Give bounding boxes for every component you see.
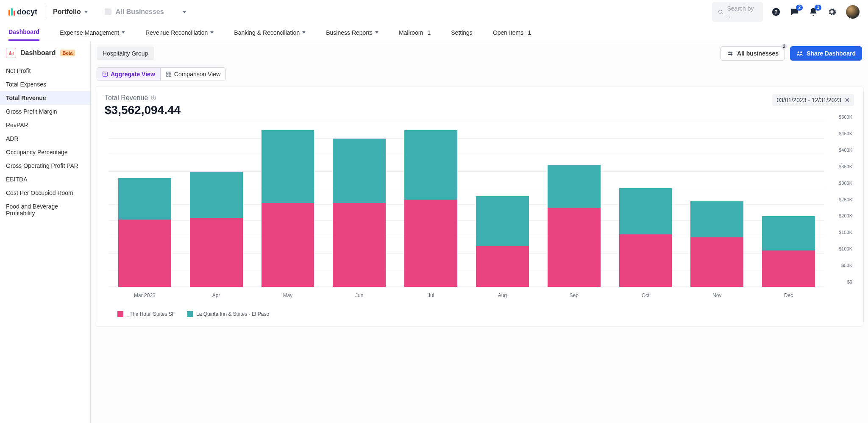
y-axis-label: $200K <box>839 213 852 218</box>
bar[interactable] <box>262 130 314 287</box>
bar-segment-pink <box>690 237 743 287</box>
sidebar-item[interactable]: EBITDA <box>0 173 90 186</box>
view-toggle: Aggregate View Comparison View <box>97 67 226 81</box>
x-axis-label: Nov <box>681 292 753 298</box>
brand-logo[interactable]: docyt <box>8 8 37 17</box>
sidebar-item[interactable]: Gross Operating Profit PAR <box>0 159 90 173</box>
bar[interactable] <box>476 196 529 287</box>
nav-open-items[interactable]: Open Items1 <box>493 24 531 41</box>
nav-banking-reconciliation[interactable]: Banking & Reconciliation <box>234 24 306 41</box>
legend-swatch <box>117 311 123 317</box>
x-axis-label: Dec <box>753 292 824 298</box>
y-axis-label: $300K <box>839 181 852 186</box>
svg-rect-9 <box>167 75 168 76</box>
bar[interactable] <box>333 139 386 287</box>
nav-expense-management[interactable]: Expense Management <box>60 24 125 41</box>
bar[interactable] <box>118 178 171 287</box>
comparison-view-tab[interactable]: Comparison View <box>160 68 225 81</box>
legend-label: La Quinta Inn & Suites - El Paso <box>196 311 269 317</box>
nav-label: Settings <box>451 29 473 36</box>
sidebar-item[interactable]: Cost Per Occupied Room <box>0 186 90 200</box>
y-axis-label: $400K <box>839 147 852 153</box>
x-axis-label: Mar 2023 <box>109 292 181 298</box>
chevron-down-icon <box>375 31 378 33</box>
bar-segment-pink <box>476 246 529 287</box>
svg-point-5 <box>800 51 802 53</box>
metric-value: $3,562,094.44 <box>105 103 181 117</box>
aggregate-view-tab[interactable]: Aggregate View <box>97 68 160 81</box>
all-businesses-label: All Businesses <box>116 8 164 16</box>
nav-revenue-reconciliation[interactable]: Revenue Reconciliation <box>145 24 214 41</box>
gear-icon[interactable] <box>827 7 837 17</box>
nav-mailroom[interactable]: Mailroom1 <box>399 24 431 41</box>
nav-settings[interactable]: Settings <box>451 24 473 41</box>
global-search[interactable]: Search by ... <box>712 2 763 22</box>
legend-item[interactable]: La Quinta Inn & Suites - El Paso <box>187 311 269 317</box>
sidebar-item[interactable]: Food and Beverage Profitability <box>0 200 90 220</box>
help-icon[interactable]: ? <box>771 7 781 17</box>
bar-slot <box>610 122 682 287</box>
nav-business-reports[interactable]: Business Reports <box>326 24 378 41</box>
nav-dashboard[interactable]: Dashboard <box>8 24 39 41</box>
sidebar-item[interactable]: Total Expenses <box>0 78 90 91</box>
svg-point-4 <box>798 51 799 53</box>
share-dashboard-button[interactable]: Share Dashboard <box>790 46 862 61</box>
sidebar-title: Dashboard <box>20 49 56 57</box>
nav-label: Banking & Reconciliation <box>234 29 300 36</box>
chat-badge: 2 <box>796 5 803 11</box>
nav-count: 1 <box>528 29 531 36</box>
sidebar-item[interactable]: ADR <box>0 132 90 145</box>
bar[interactable] <box>762 216 815 287</box>
chevron-down-icon <box>183 11 186 13</box>
x-axis-label: Apr <box>181 292 252 298</box>
x-axis-label: Jul <box>395 292 467 298</box>
bar[interactable] <box>690 201 743 287</box>
info-icon[interactable]: ? <box>150 95 156 101</box>
all-businesses-button[interactable]: All businesses 2 <box>721 46 785 61</box>
sidebar-item[interactable]: RevPAR <box>0 118 90 132</box>
bar[interactable] <box>548 165 601 287</box>
y-axis-label: $50K <box>841 263 852 268</box>
share-icon <box>796 50 803 57</box>
user-avatar[interactable] <box>846 5 860 19</box>
main-nav: Dashboard Expense Management Revenue Rec… <box>0 24 868 41</box>
bar-segment-pink <box>333 203 386 287</box>
bell-icon[interactable]: 1 <box>809 7 818 17</box>
sidebar-item[interactable]: Total Revenue <box>0 91 90 105</box>
close-icon[interactable]: ✕ <box>845 97 850 103</box>
y-axis-label: $450K <box>839 131 852 136</box>
chat-icon[interactable]: 2 <box>790 7 799 17</box>
sidebar: Dashboard Beta Net ProfitTotal ExpensesT… <box>0 41 91 423</box>
chevron-down-icon <box>122 31 125 33</box>
svg-rect-8 <box>169 72 171 74</box>
tab-label: Aggregate View <box>111 71 155 78</box>
bar-segment-teal <box>762 216 815 251</box>
divider <box>45 6 45 18</box>
nav-label: Expense Management <box>60 29 119 36</box>
bar-segment-pink <box>548 208 601 287</box>
sidebar-item[interactable]: Gross Profit Margin <box>0 105 90 118</box>
svg-rect-7 <box>167 72 168 74</box>
bar-slot <box>467 122 538 287</box>
date-range-chip[interactable]: 03/01/2023 - 12/31/2023 ✕ <box>772 94 854 106</box>
chart-icon <box>102 71 108 77</box>
search-placeholder: Search by ... <box>727 5 757 19</box>
group-chip[interactable]: Hospitality Group <box>97 47 154 60</box>
grid-icon <box>105 8 111 15</box>
all-businesses-dropdown[interactable]: All Businesses <box>105 8 186 16</box>
nav-count: 1 <box>427 29 431 36</box>
bar-slot <box>753 122 824 287</box>
bar[interactable] <box>190 172 243 287</box>
bar[interactable] <box>404 130 457 287</box>
topbar: docyt Portfolio All Businesses Search by… <box>0 0 868 24</box>
search-icon <box>718 9 723 15</box>
button-badge: 2 <box>781 43 788 50</box>
button-label: All businesses <box>737 50 779 57</box>
bar-segment-teal <box>548 165 601 208</box>
legend-item[interactable]: _The Hotel Suites SF <box>117 311 175 317</box>
sidebar-item[interactable]: Net Profit <box>0 64 90 78</box>
sidebar-item[interactable]: Occupancy Percentage <box>0 145 90 159</box>
bar-slot <box>681 122 753 287</box>
bar[interactable] <box>619 188 672 287</box>
portfolio-dropdown[interactable]: Portfolio <box>53 8 88 16</box>
